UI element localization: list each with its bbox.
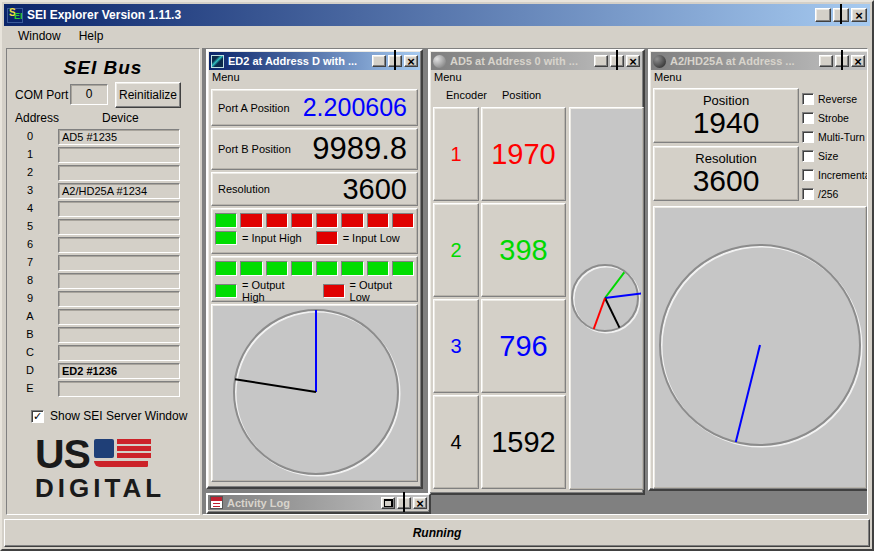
ed2-menu[interactable]: Menu [208,71,421,87]
port-b-value: 9989.8 [291,131,417,167]
device-address-label: B [7,328,53,340]
status-text: Running [413,526,462,540]
device-field: AD5 #1235 [58,129,180,145]
ad5-encoder-column: 1234 [433,107,479,490]
port-a-panel: Port A Position 2.200606 [211,89,418,126]
reinitialize-button[interactable]: Reinitialize [115,82,181,108]
menu-window[interactable]: Window [10,27,69,45]
checkbox-reverse[interactable]: Reverse [802,89,866,108]
close-button[interactable] [851,8,867,22]
main-menubar: Window Help [4,26,870,46]
device-row: 4 [7,201,199,219]
a2-titlebar[interactable]: A2/HD25A at Address ... [651,52,867,70]
mdi-area: ED2 at Address D with ... Menu Port A Po… [202,48,868,515]
sei-bus-title: SEI Bus [7,57,199,79]
ed2-titlebar[interactable]: ED2 at Address D with ... [209,52,420,70]
activity-log-close-button[interactable] [413,497,427,509]
port-a-label: Port A Position [212,102,290,114]
device-field [58,273,180,289]
show-sei-server-checkbox-box[interactable]: ✓ [31,410,44,423]
ad5-encoder-cell: 2 [433,203,479,297]
device-address-label: 7 [7,256,53,268]
device-field [58,237,180,253]
a2-minimize-button[interactable] [819,55,833,67]
address-header: Address [15,111,59,125]
a2-dial-svg [654,207,866,488]
device-table-rows: 0AD5 #1235123A2/HD25A #1234456789ABCDED2… [7,129,199,399]
ad5-close-button[interactable] [626,55,640,67]
activity-log-window: Activity Log [206,493,431,514]
output-indicator-panel: = Output High = Output Low [211,256,418,302]
ad5-maximize-button[interactable] [610,55,624,67]
close-icon [855,6,863,24]
ad5-minimize-button[interactable] [594,55,608,67]
checkbox-multi-turn[interactable]: Multi-Turn [802,127,866,146]
ed2-close-button[interactable] [404,55,418,67]
device-field [58,201,180,217]
menu-help[interactable]: Help [71,27,112,45]
device-field [58,309,180,325]
ed2-maximize-button[interactable] [388,55,402,67]
logo-us-text: US [35,437,90,471]
ad5-title: AD5 at Address 0 with ... [450,55,594,67]
activity-log-titlebar[interactable]: Activity Log [208,495,429,510]
output-low-legend: = Output Low [350,279,414,303]
checkbox-box[interactable] [802,169,814,181]
a2-resolution-panel: Resolution 3600 [653,146,799,201]
device-address-label: 8 [7,274,53,286]
input-high-swatch [215,231,237,245]
maximize-button[interactable] [833,8,849,22]
device-field [58,291,180,307]
ad5-encoder-cell: 3 [433,299,479,393]
checkbox-box[interactable] [802,93,814,105]
maximize-icon [403,494,405,512]
activity-log-restore-button[interactable] [381,497,395,509]
activity-log-title: Activity Log [227,497,381,509]
device-field: A2/HD25A #1234 [58,183,180,199]
led-high [266,261,288,276]
ad5-encoder-cell: 1 [433,107,479,201]
main-titlebar[interactable]: SEI SEI Explorer Version 1.11.3 [4,4,870,26]
checkbox-size[interactable]: Size [802,146,866,165]
app-icon: SEI [7,8,23,23]
checkbox-box[interactable] [802,150,814,162]
ad5-position-cell: 796 [481,299,566,393]
checkbox-strobe[interactable]: Strobe [802,108,866,127]
checkbox-box[interactable] [802,188,814,200]
device-address-label: D [7,364,53,376]
device-row: 2 [7,165,199,183]
device-row: E [7,381,199,399]
main-content: SEI Bus COM Port 0 Reinitialize Address … [4,46,870,517]
a2-close-button[interactable] [851,55,865,67]
device-address-label: 1 [7,148,53,160]
led-low [266,213,288,228]
ad5-encoder-cell: 4 [433,395,479,489]
checkbox--256[interactable]: /256 [802,184,866,203]
us-flag-icon [94,439,152,471]
com-port-field[interactable]: 0 [70,84,108,105]
led-high [316,261,338,276]
ed2-minimize-button[interactable] [372,55,386,67]
ad5-menu[interactable]: Menu [430,71,643,87]
device-address-label: 3 [7,184,53,196]
a2-menu[interactable]: Menu [650,71,868,87]
output-high-swatch [215,284,237,298]
checkbox-incremental[interactable]: Incremental [802,165,866,184]
ad5-titlebar[interactable]: AD5 at Address 0 with ... [431,52,642,70]
a2-checkbox-list: ReverseStrobeMulti-TurnSizeIncremental/2… [802,89,866,203]
a2-maximize-button[interactable] [835,55,849,67]
ed2-resolution-value: 3600 [270,173,417,206]
activity-log-maximize-button[interactable] [397,497,411,509]
minimize-button[interactable] [815,8,831,22]
a2-position-value: 1940 [654,108,798,138]
show-sei-server-checkbox[interactable]: ✓ Show SEI Server Window [31,409,187,423]
device-row: 6 [7,237,199,255]
checkbox-box[interactable] [802,112,814,124]
checkbox-box[interactable] [802,131,814,143]
ed2-resolution-label: Resolution [212,183,270,195]
device-row: 1 [7,147,199,165]
activity-log-icon [210,496,223,509]
device-address-label: 5 [7,220,53,232]
device-row: 9 [7,291,199,309]
led-high [367,261,389,276]
